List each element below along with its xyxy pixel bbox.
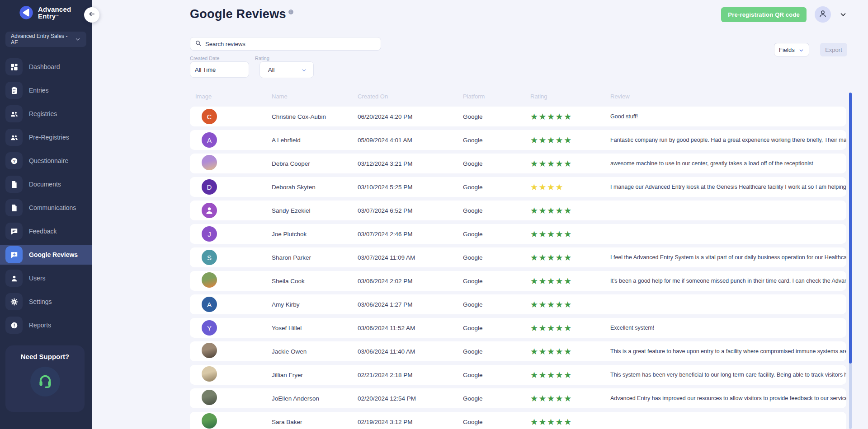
sidebar-item-communications[interactable]: Communications [0, 198, 92, 218]
star-rating: ★★★★★ [530, 206, 610, 215]
export-button[interactable]: Export [820, 43, 847, 56]
avatar [202, 343, 217, 358]
star-rating: ★★★★★ [530, 347, 610, 356]
avatar: Y [202, 320, 217, 336]
platform: Google [463, 207, 530, 214]
table-row[interactable]: AA Lehrfield05/09/2024 4:01 AMGoogle★★★★… [190, 130, 846, 150]
sidebar-item-dashboard[interactable]: Dashboard [0, 57, 92, 77]
sidebar-item-registries[interactable]: Registries [0, 104, 92, 124]
sidebar-item-feedback[interactable]: Feedback [0, 221, 92, 241]
created-on: 03/06/2024 11:40 AM [358, 348, 463, 355]
table-row[interactable]: Jillian Fryer02/21/2024 2:18 PMGoogle★★★… [190, 365, 846, 385]
sidebar-item-entries[interactable]: Entries [0, 80, 92, 100]
reviewer-name: Deborah Skyten [272, 184, 358, 191]
table-row[interactable]: Sara Baker02/19/2024 3:12 PMGoogle★★★★★ [190, 412, 846, 429]
table-row[interactable]: Jackie Owen03/06/2024 11:40 AMGoogle★★★★… [190, 341, 846, 361]
avatar: S [202, 250, 217, 265]
table-row[interactable]: Sheila Cook03/06/2024 2:02 PMGoogle★★★★★… [190, 271, 846, 291]
avatar [202, 203, 217, 218]
avatar: C [202, 109, 217, 124]
people-icon [5, 129, 23, 146]
sidebar-item-users[interactable]: Users [0, 268, 92, 288]
chevron-down-icon [798, 47, 804, 53]
people-icon [5, 105, 23, 122]
review-text: I feel the Advanced Entry System is a vi… [610, 254, 846, 261]
platform: Google [463, 113, 530, 120]
sidebar-item-documents[interactable]: Documents [0, 174, 92, 194]
sidebar-item-label: Entries [29, 87, 49, 94]
avatar: A [202, 297, 217, 312]
avatar: D [202, 179, 217, 195]
platform: Google [463, 372, 530, 378]
created-on: 02/20/2024 12:54 PM [358, 395, 463, 402]
user-avatar-button[interactable] [815, 6, 831, 23]
sidebar-item-questionnaire[interactable]: ?Questionnaire [0, 151, 92, 171]
table-row[interactable]: JJoe Plutchok03/07/2024 2:46 PMGoogle★★★… [190, 224, 846, 244]
table-row[interactable]: AAmy Kirby03/06/2024 1:27 PMGoogle★★★★★ [190, 294, 846, 314]
created-on: 03/07/2024 11:09 AM [358, 254, 463, 261]
platform: Google [463, 137, 530, 144]
avatar [202, 155, 217, 170]
review-text: This system has been very beneficial to … [610, 372, 846, 378]
account-menu-chevron[interactable] [839, 10, 847, 19]
avatar: A [202, 132, 217, 148]
app-logo: Advanced Entry™ [0, 0, 92, 24]
created-on: 02/19/2024 3:12 PM [358, 419, 463, 425]
table-row[interactable]: YYosef Hillel03/06/2024 11:52 AMGoogle★★… [190, 318, 846, 338]
table-scrollbar[interactable] [849, 93, 852, 429]
workspace-selector[interactable]: Advanced Entry Sales - AE [5, 32, 86, 47]
table-row[interactable]: CChristine Cox-Aubin06/20/2024 4:20 PMGo… [190, 107, 846, 126]
created-on: 03/12/2024 3:21 PM [358, 160, 463, 167]
sidebar-item-pre-registries[interactable]: Pre-Registries [0, 127, 92, 147]
created-date-input[interactable] [190, 61, 249, 78]
sidebar-item-label: Communications [29, 204, 76, 211]
created-on: 03/07/2024 6:52 PM [358, 207, 463, 214]
star-rating: ★★★★★ [530, 159, 610, 168]
main-content: Google Reviews Pre-registration QR code … [92, 0, 868, 429]
pre-registration-qr-button[interactable]: Pre-registration QR code [721, 7, 807, 22]
platform: Google [463, 419, 530, 425]
search-input[interactable] [205, 41, 376, 47]
table-row[interactable]: DDeborah Skyten03/10/2024 5:25 PMGoogle★… [190, 177, 846, 197]
svg-text:?: ? [13, 159, 15, 163]
table-row[interactable]: Debra Cooper03/12/2024 3:21 PMGoogle★★★★… [190, 154, 846, 173]
reviewer-name: Sandy Ezekiel [272, 207, 358, 214]
sidebar-collapse-button[interactable] [84, 7, 99, 23]
table-row[interactable]: SSharon Parker03/07/2024 11:09 AMGoogle★… [190, 247, 846, 267]
support-button[interactable] [30, 367, 60, 396]
logo-text: Advanced Entry™ [38, 6, 71, 19]
rating-select[interactable]: All [259, 61, 314, 78]
platform: Google [463, 184, 530, 191]
reviewer-name: JoEllen Anderson [272, 395, 358, 402]
created-on: 03/06/2024 1:27 PM [358, 301, 463, 308]
reviewer-name: Jillian Fryer [272, 372, 358, 378]
table-row[interactable]: JoEllen Anderson02/20/2024 12:54 PMGoogl… [190, 388, 846, 408]
platform: Google [463, 278, 530, 284]
search-box[interactable] [190, 37, 381, 51]
user-icon [818, 9, 828, 20]
review-text: Good stuff! [610, 113, 846, 120]
scrollbar-thumb[interactable] [849, 93, 852, 364]
sidebar-item-reports[interactable]: Reports [0, 315, 92, 335]
rating-label: Rating [255, 56, 269, 61]
created-on: 06/20/2024 4:20 PM [358, 113, 463, 120]
person-icon [5, 270, 23, 287]
avatar [202, 413, 217, 429]
review-text: awesome machine to use in our center, gr… [610, 160, 846, 167]
star-rating: ★★★★★ [530, 418, 610, 426]
column-header-name: Name [272, 93, 358, 100]
sidebar-item-google-reviews[interactable]: Google Reviews [0, 245, 92, 265]
column-header-created-on: Created On [358, 93, 463, 100]
info-icon[interactable] [288, 9, 294, 14]
sidebar-item-label: Users [29, 275, 46, 282]
sidebar-item-label: Feedback [29, 228, 57, 235]
sidebar-item-settings[interactable]: Settings [0, 292, 92, 312]
document-icon [5, 199, 23, 216]
platform: Google [463, 325, 530, 331]
fields-dropdown[interactable]: Fields [774, 43, 809, 56]
sidebar-item-label: Dashboard [29, 63, 60, 70]
table-row[interactable]: Sandy Ezekiel03/07/2024 6:52 PMGoogle★★★… [190, 201, 846, 220]
arrow-left-icon [88, 10, 96, 20]
avatar [202, 272, 217, 288]
created-on: 03/07/2024 2:46 PM [358, 231, 463, 238]
